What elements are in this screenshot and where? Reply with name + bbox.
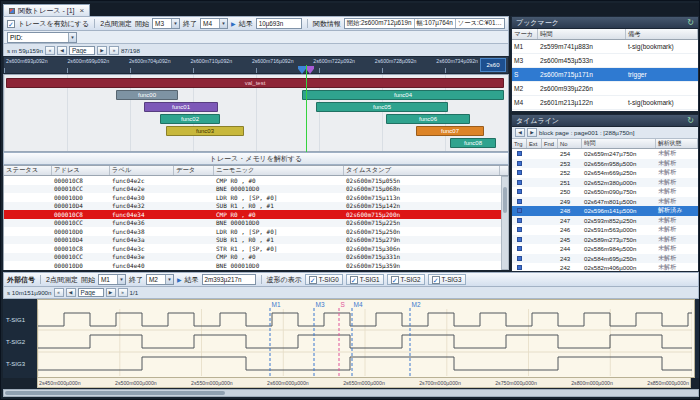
bookmark-row[interactable]: M12s599m741µ883nt-sig(bookmark)	[512, 40, 698, 54]
timeline-row[interactable]: 25402s659m247µ750n未解析	[512, 149, 698, 159]
trace-row[interactable]: 000010D0func04e38LDR R0 , [SP, #0]02s600…	[4, 227, 501, 236]
gantt-bar[interactable]: func03	[166, 126, 244, 136]
signals-end-combo[interactable]: M2▼	[146, 274, 174, 285]
trace-table[interactable]: 000010C8func04e2cCMP R0 , #002s600m715µ0…	[3, 176, 501, 270]
trace-column-header[interactable]: アドレス	[52, 166, 110, 175]
timeline-column-header[interactable]: Fnd	[542, 139, 558, 148]
wave-page-prev-button[interactable]: ◀	[66, 288, 76, 297]
timeline-row[interactable]: 24702s593m852µ250n未解析	[512, 216, 698, 226]
page-last-button[interactable]: »	[109, 46, 119, 55]
analyze-memory-button[interactable]: トレース・メモリを解析する	[3, 152, 509, 165]
bookmark-row[interactable]: M22s600m939µ226n	[512, 82, 698, 96]
bookmark-note: trigger	[626, 68, 698, 81]
waveform-plot-area[interactable]: M1M3SM4M2	[37, 299, 695, 378]
tab-function-trace[interactable]: 関数トレース - [1] ×	[3, 4, 90, 16]
bookmark-note	[626, 54, 698, 67]
timeline-row[interactable]: 24602s591m563µ000n未解析	[512, 225, 698, 235]
timeline-row[interactable]: 25002s650m090µ750n未解析	[512, 187, 698, 197]
gantt-bar[interactable]: val_test	[6, 78, 504, 88]
measure-run-icon[interactable]: ▶	[231, 20, 236, 27]
pid-combo[interactable]: PID:▼	[7, 32, 77, 43]
timeline-row[interactable]: 24402s586m984µ500n未解析	[512, 244, 698, 254]
timeline-row[interactable]: 24902s647m801µ500n未解析	[512, 197, 698, 207]
gantt-bar[interactable]: func04	[302, 90, 504, 100]
trace-row[interactable]: 000010D0func04e40BNE 000010D002s600m715µ…	[4, 261, 501, 270]
signal-toggle[interactable]: ✓T-SIG3	[428, 274, 466, 285]
measure-run-icon[interactable]: ▶	[177, 276, 182, 283]
timeline-row[interactable]: 25202s654m669µ250n未解析	[512, 168, 698, 178]
signals-start-combo[interactable]: M1▼	[98, 274, 126, 285]
timeline-row[interactable]: 24502s589m273µ750n未解析	[512, 235, 698, 245]
trace-row[interactable]: 000010C8func04e34CMP R0 , #002s600m715µ2…	[4, 210, 501, 219]
timeline-column-header[interactable]: Ext	[527, 139, 542, 148]
trace-column-header[interactable]: データ	[174, 166, 214, 175]
refresh-icon[interactable]: ↻	[687, 19, 694, 27]
wave-page-first-button[interactable]: «	[54, 288, 64, 297]
trace-row[interactable]: 000010CCfunc04e2eBNE 000010D002s600m715µ…	[4, 185, 501, 194]
trace-column-header[interactable]: タイムスタンプ	[344, 166, 500, 175]
timeline-ruler[interactable]: 2s600m693µ092n2s600m699µ092n2s600m704µ09…	[3, 56, 509, 74]
signal-toggle[interactable]: ✓T-SIG0	[305, 274, 343, 285]
trace-table-scrollbar[interactable]	[501, 176, 509, 270]
bookmark-column-header[interactable]: マーカ	[512, 29, 538, 39]
bookmark-column-header[interactable]: 時間	[538, 29, 626, 39]
block-prev-button[interactable]: ◀	[515, 128, 525, 137]
signal-toggle[interactable]: ✓T-SIG2	[387, 274, 425, 285]
timeline-row[interactable]: 24202s582m406µ000n未解析	[512, 263, 698, 272]
bookmark-marker: M1	[512, 40, 538, 53]
timeline-row[interactable]: 25102s652m380µ000n未解析	[512, 178, 698, 188]
trace-cursor-line[interactable]	[306, 65, 307, 152]
trace-row[interactable]: 000010CCfunc04e36BNE 000010D002s600m715µ…	[4, 219, 501, 228]
page-next-button[interactable]: ▶	[97, 46, 107, 55]
block-next-button[interactable]: ▶	[527, 128, 537, 137]
timeline-column-header[interactable]: 時間	[582, 139, 656, 148]
waveform-canvas[interactable]: M1M3SM4M2	[38, 300, 692, 378]
function-gantt-chart[interactable]: val_testfunc00func04func01func05func02fu…	[3, 74, 509, 152]
trace-row[interactable]: 000010CCfunc04e3eCMP R0 , #002s600m715µ3…	[4, 253, 501, 262]
wave-page-last-button[interactable]: »	[118, 288, 128, 297]
enable-trace-checkbox[interactable]: ✓	[7, 20, 15, 28]
gantt-bar[interactable]: func05	[316, 102, 448, 112]
trace-column-header[interactable]: ステータス	[4, 166, 52, 175]
bookmark-column-header[interactable]: 備考	[626, 29, 698, 39]
wave-page-next-button[interactable]: ▶	[106, 288, 116, 297]
page-prev-button[interactable]: ◀	[57, 46, 67, 55]
scrollbar-thumb[interactable]	[5, 391, 225, 395]
timeline-column-header[interactable]: Trg	[512, 139, 527, 148]
wave-page-box[interactable]: Page	[78, 288, 104, 297]
bookmark-row[interactable]: S2s600m715µ171ntrigger	[512, 68, 698, 82]
gantt-bar[interactable]: func06	[386, 114, 470, 124]
gantt-bar[interactable]: func07	[416, 126, 484, 136]
tab-close-icon[interactable]: ×	[80, 7, 85, 15]
trace-row[interactable]: 000010D4func04e32SUB R1 , R0 , #102s600m…	[4, 202, 501, 211]
trace-row[interactable]: 000010D4func04e3aSUB R1 , R0 , #102s600m…	[4, 236, 501, 245]
refresh-icon[interactable]: ↻	[687, 117, 694, 125]
trace-row[interactable]: 000010C8func04e3cSTR R1 , [SP, #0]02s600…	[4, 244, 501, 253]
page-box[interactable]: Page	[69, 46, 95, 55]
signal-toggle[interactable]: ✓T-SIG1	[346, 274, 384, 285]
bookmark-row[interactable]: M42s601m213µ122nt-sig(bookmark)	[512, 96, 698, 110]
waveform-hscrollbar[interactable]	[3, 389, 699, 397]
timeline-column-header[interactable]: 解析状態	[656, 139, 698, 148]
trace-column-header[interactable]: ニーモニック	[214, 166, 344, 175]
trace-row[interactable]: 000010D0func04e30LDR R0 , [SP, #0]02s600…	[4, 193, 501, 202]
trace-row[interactable]: 000010C8func04e2cCMP R0 , #002s600m715µ0…	[4, 176, 501, 185]
gantt-bar[interactable]: func00	[116, 90, 178, 100]
bookmarks-table[interactable]: M12s599m741µ883nt-sig(bookmark)M32s600m4…	[512, 40, 698, 110]
scrollbar-thumb[interactable]	[503, 187, 507, 213]
timeline-row[interactable]: 24802s596m141µ500n解析済み	[512, 206, 698, 216]
gantt-bar[interactable]: func02	[160, 114, 220, 124]
timeline-column-header[interactable]: No	[558, 139, 582, 148]
measure-end-combo[interactable]: M4▼	[200, 18, 228, 29]
timeline-table[interactable]: 25402s659m247µ750n未解析25302s656m958µ500n未…	[512, 149, 698, 272]
block-icon	[517, 237, 522, 242]
timeline-row[interactable]: 24302s584m695µ250n未解析	[512, 254, 698, 264]
timeline-row[interactable]: 25302s656m958µ500n未解析	[512, 159, 698, 169]
page-first-button[interactable]: «	[45, 46, 55, 55]
gantt-bar[interactable]: func01	[144, 102, 218, 112]
gantt-bar[interactable]: func08	[450, 138, 496, 148]
trace-column-header[interactable]: ラベル	[110, 166, 174, 175]
trace-cell	[174, 185, 214, 194]
measure-start-combo[interactable]: M3▼	[152, 18, 180, 29]
bookmark-row[interactable]: M32s600m453µ533n	[512, 54, 698, 68]
